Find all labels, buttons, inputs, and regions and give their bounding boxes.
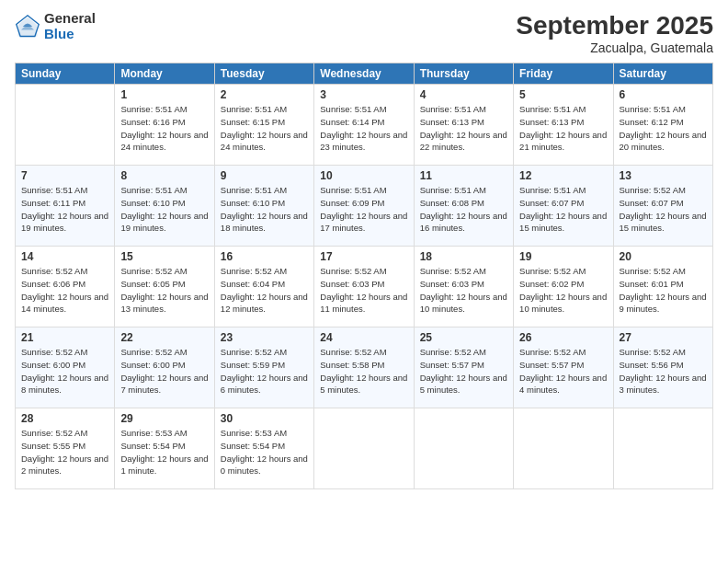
day-number: 16	[221, 250, 308, 263]
calendar-cell: 29Sunrise: 5:53 AM Sunset: 5:54 PM Dayli…	[115, 408, 214, 489]
calendar-cell: 27Sunrise: 5:52 AM Sunset: 5:56 PM Dayli…	[613, 327, 712, 408]
calendar-cell: 6Sunrise: 5:51 AM Sunset: 6:12 PM Daylig…	[613, 85, 712, 166]
day-info: Sunrise: 5:52 AM Sunset: 6:00 PM Dayligh…	[120, 346, 208, 396]
calendar-cell	[314, 408, 414, 489]
day-number: 25	[420, 331, 507, 344]
day-number: 7	[21, 169, 108, 182]
day-info: Sunrise: 5:52 AM Sunset: 6:00 PM Dayligh…	[21, 346, 108, 396]
logo-blue-text: Blue	[44, 27, 96, 42]
calendar-cell: 10Sunrise: 5:51 AM Sunset: 6:09 PM Dayli…	[314, 166, 414, 247]
calendar-cell: 5Sunrise: 5:51 AM Sunset: 6:13 PM Daylig…	[514, 85, 613, 166]
week-row-4: 21Sunrise: 5:52 AM Sunset: 6:00 PM Dayli…	[16, 327, 713, 408]
day-info: Sunrise: 5:51 AM Sunset: 6:12 PM Dayligh…	[620, 103, 707, 154]
calendar-cell: 7Sunrise: 5:51 AM Sunset: 6:11 PM Daylig…	[16, 166, 115, 247]
logo-icon	[15, 14, 40, 40]
day-info: Sunrise: 5:51 AM Sunset: 6:13 PM Dayligh…	[519, 103, 607, 154]
day-info: Sunrise: 5:52 AM Sunset: 5:55 PM Dayligh…	[21, 427, 108, 477]
weekday-header-row: Sunday Monday Tuesday Wednesday Thursday…	[16, 63, 713, 85]
calendar-cell: 24Sunrise: 5:52 AM Sunset: 5:58 PM Dayli…	[314, 327, 414, 408]
calendar-cell: 21Sunrise: 5:52 AM Sunset: 6:00 PM Dayli…	[16, 327, 115, 408]
calendar-cell: 9Sunrise: 5:51 AM Sunset: 6:10 PM Daylig…	[214, 166, 313, 247]
calendar-cell	[414, 408, 513, 489]
calendar-cell: 4Sunrise: 5:51 AM Sunset: 6:13 PM Daylig…	[414, 85, 513, 166]
calendar-cell: 3Sunrise: 5:51 AM Sunset: 6:14 PM Daylig…	[314, 85, 414, 166]
calendar-cell: 8Sunrise: 5:51 AM Sunset: 6:10 PM Daylig…	[115, 166, 214, 247]
header-wednesday: Wednesday	[314, 63, 414, 85]
calendar-cell: 19Sunrise: 5:52 AM Sunset: 6:02 PM Dayli…	[514, 247, 613, 327]
logo-general-text: General	[44, 11, 96, 27]
day-info: Sunrise: 5:52 AM Sunset: 5:58 PM Dayligh…	[320, 346, 407, 396]
calendar-cell: 13Sunrise: 5:52 AM Sunset: 6:07 PM Dayli…	[613, 166, 712, 247]
day-info: Sunrise: 5:52 AM Sunset: 6:03 PM Dayligh…	[420, 265, 507, 316]
day-info: Sunrise: 5:52 AM Sunset: 5:57 PM Dayligh…	[420, 346, 507, 396]
calendar-cell: 17Sunrise: 5:52 AM Sunset: 6:03 PM Dayli…	[314, 247, 414, 327]
day-number: 1	[120, 88, 208, 101]
day-info: Sunrise: 5:53 AM Sunset: 5:54 PM Dayligh…	[221, 427, 308, 477]
day-number: 26	[519, 331, 607, 344]
day-info: Sunrise: 5:52 AM Sunset: 6:06 PM Dayligh…	[21, 265, 108, 316]
day-number: 2	[221, 88, 308, 101]
day-info: Sunrise: 5:52 AM Sunset: 5:57 PM Dayligh…	[519, 346, 607, 396]
week-row-5: 28Sunrise: 5:52 AM Sunset: 5:55 PM Dayli…	[16, 408, 713, 489]
calendar-cell: 26Sunrise: 5:52 AM Sunset: 5:57 PM Dayli…	[514, 327, 613, 408]
header-monday: Monday	[115, 63, 214, 85]
day-number: 10	[320, 169, 407, 182]
calendar-cell: 11Sunrise: 5:51 AM Sunset: 6:08 PM Dayli…	[414, 166, 513, 247]
day-info: Sunrise: 5:51 AM Sunset: 6:14 PM Dayligh…	[320, 103, 407, 154]
day-number: 13	[620, 169, 707, 182]
header-tuesday: Tuesday	[214, 63, 313, 85]
header-sunday: Sunday	[16, 63, 115, 85]
calendar-cell: 20Sunrise: 5:52 AM Sunset: 6:01 PM Dayli…	[613, 247, 712, 327]
day-number: 12	[519, 169, 607, 182]
day-info: Sunrise: 5:51 AM Sunset: 6:15 PM Dayligh…	[221, 103, 308, 154]
day-number: 11	[420, 169, 507, 182]
day-info: Sunrise: 5:52 AM Sunset: 6:02 PM Dayligh…	[519, 265, 607, 316]
calendar-cell: 18Sunrise: 5:52 AM Sunset: 6:03 PM Dayli…	[414, 247, 513, 327]
calendar-cell: 14Sunrise: 5:52 AM Sunset: 6:06 PM Dayli…	[16, 247, 115, 327]
calendar-cell: 22Sunrise: 5:52 AM Sunset: 6:00 PM Dayli…	[115, 327, 214, 408]
day-info: Sunrise: 5:52 AM Sunset: 5:59 PM Dayligh…	[221, 346, 308, 396]
day-number: 18	[420, 250, 507, 263]
calendar-cell	[514, 408, 613, 489]
calendar-cell: 15Sunrise: 5:52 AM Sunset: 6:05 PM Dayli…	[115, 247, 214, 327]
header-friday: Friday	[514, 63, 613, 85]
location: Zacualpa, Guatemala	[516, 40, 713, 55]
day-number: 14	[21, 250, 108, 263]
day-number: 4	[420, 88, 507, 101]
day-number: 29	[120, 412, 208, 425]
calendar-cell: 12Sunrise: 5:51 AM Sunset: 6:07 PM Dayli…	[514, 166, 613, 247]
day-number: 6	[620, 88, 707, 101]
calendar-cell	[16, 85, 115, 166]
header: General Blue September 2025 Zacualpa, Gu…	[15, 11, 713, 55]
day-info: Sunrise: 5:51 AM Sunset: 6:16 PM Dayligh…	[120, 103, 208, 154]
day-info: Sunrise: 5:52 AM Sunset: 6:03 PM Dayligh…	[320, 265, 407, 316]
calendar-cell: 1Sunrise: 5:51 AM Sunset: 6:16 PM Daylig…	[115, 85, 214, 166]
day-number: 5	[519, 88, 607, 101]
day-info: Sunrise: 5:52 AM Sunset: 6:01 PM Dayligh…	[620, 265, 707, 316]
day-info: Sunrise: 5:52 AM Sunset: 5:56 PM Dayligh…	[620, 346, 707, 396]
day-info: Sunrise: 5:52 AM Sunset: 6:07 PM Dayligh…	[620, 184, 707, 235]
day-number: 9	[221, 169, 308, 182]
title-block: September 2025 Zacualpa, Guatemala	[516, 11, 713, 55]
day-number: 21	[21, 331, 108, 344]
day-info: Sunrise: 5:51 AM Sunset: 6:07 PM Dayligh…	[519, 184, 607, 235]
logo-text: General Blue	[44, 11, 96, 41]
calendar-cell: 2Sunrise: 5:51 AM Sunset: 6:15 PM Daylig…	[214, 85, 313, 166]
day-number: 15	[120, 250, 208, 263]
calendar-cell: 16Sunrise: 5:52 AM Sunset: 6:04 PM Dayli…	[214, 247, 313, 327]
day-info: Sunrise: 5:51 AM Sunset: 6:13 PM Dayligh…	[420, 103, 507, 154]
calendar-cell: 25Sunrise: 5:52 AM Sunset: 5:57 PM Dayli…	[414, 327, 513, 408]
day-info: Sunrise: 5:51 AM Sunset: 6:11 PM Dayligh…	[21, 184, 108, 235]
day-number: 17	[320, 250, 407, 263]
day-info: Sunrise: 5:52 AM Sunset: 6:05 PM Dayligh…	[120, 265, 208, 316]
day-number: 27	[620, 331, 707, 344]
day-info: Sunrise: 5:51 AM Sunset: 6:09 PM Dayligh…	[320, 184, 407, 235]
page: General Blue September 2025 Zacualpa, Gu…	[0, 0, 728, 563]
day-number: 24	[320, 331, 407, 344]
day-info: Sunrise: 5:52 AM Sunset: 6:04 PM Dayligh…	[221, 265, 308, 316]
header-saturday: Saturday	[613, 63, 712, 85]
day-number: 19	[519, 250, 607, 263]
calendar-cell: 30Sunrise: 5:53 AM Sunset: 5:54 PM Dayli…	[214, 408, 313, 489]
day-info: Sunrise: 5:51 AM Sunset: 6:10 PM Dayligh…	[221, 184, 308, 235]
day-number: 8	[120, 169, 208, 182]
